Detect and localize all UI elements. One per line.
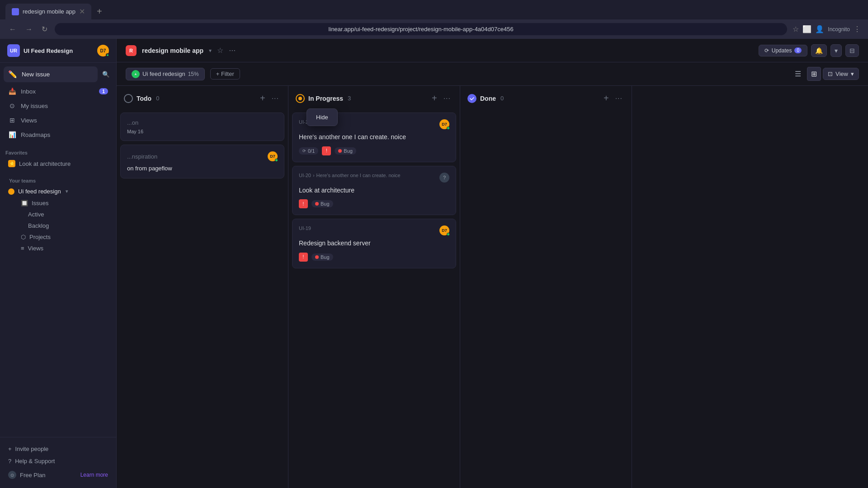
updates-button[interactable]: ⟳ Updates 0 bbox=[759, 45, 807, 56]
account-icon[interactable]: 👤 bbox=[815, 25, 824, 33]
in-progress-more-button[interactable]: ··· bbox=[442, 92, 453, 104]
sidebar-item-projects[interactable]: ⬡ Projects bbox=[11, 231, 113, 243]
url-input[interactable] bbox=[55, 23, 787, 35]
card-ui-21-label: Bug bbox=[335, 147, 356, 155]
project-icon: R bbox=[126, 45, 137, 56]
sidebar-bottom: + Invite people ? Help & Support ⊙ Free … bbox=[0, 437, 116, 488]
view-dropdown-button[interactable]: ⊡ View ▾ bbox=[823, 68, 859, 80]
partial-card-avatar: D7 bbox=[268, 151, 278, 161]
user-avatar[interactable]: D7 bbox=[97, 45, 109, 56]
todo-cards: ...on May 16 ...nspiration D7 on from pa… bbox=[117, 109, 288, 488]
sidebar-item-views[interactable]: ⊞ Views bbox=[4, 113, 113, 127]
sidebar-item-backlog[interactable]: Backlog bbox=[11, 220, 113, 231]
tab-favicon bbox=[12, 8, 19, 15]
in-progress-column-title: In Progress bbox=[308, 95, 343, 102]
incognito-label: Incognito bbox=[828, 26, 850, 33]
done-more-button[interactable]: ··· bbox=[613, 92, 624, 104]
in-progress-add-button[interactable]: + bbox=[429, 92, 440, 104]
list-view-button[interactable]: ☰ bbox=[791, 67, 805, 81]
notification-button[interactable]: 🔔 bbox=[811, 44, 827, 57]
bookmark-icon[interactable]: ☆ bbox=[793, 25, 799, 33]
in-progress-column-header: In Progress 3 + ··· bbox=[288, 86, 460, 109]
app: UR UI Feed Redesign D7 ✏️ New issue 🔍 📥 … bbox=[0, 39, 868, 488]
workspace-avatar: UR bbox=[7, 44, 20, 57]
sidebar-item-issues[interactable]: 🔲 Issues bbox=[11, 197, 113, 209]
browser-chrome: redesign mobile app ✕ + ← → ↻ ☆ ⬜ 👤 Inco… bbox=[0, 0, 868, 39]
sidebar-item-roadmaps[interactable]: 📊 Roadmaps bbox=[4, 127, 113, 142]
extension-icon[interactable]: ⬜ bbox=[802, 25, 811, 33]
in-progress-column-actions: + ··· bbox=[429, 92, 453, 104]
favorites-section: Favorites ⭐ Look at architecture bbox=[0, 145, 116, 170]
favorites-item-architecture[interactable]: ⭐ Look at architecture bbox=[4, 157, 113, 170]
tab-close-button[interactable]: ✕ bbox=[79, 7, 85, 16]
workspace-selector[interactable]: UR UI Feed Redesign bbox=[7, 44, 73, 57]
context-item-hide[interactable]: Hide bbox=[309, 111, 335, 124]
filter-bar: ▲ Ui feed redesign 15% + Filter ☰ ⊞ ⊡ Vi… bbox=[117, 62, 868, 86]
partial-card-1[interactable]: ...on May 16 bbox=[120, 113, 284, 141]
forward-button[interactable]: → bbox=[24, 23, 34, 35]
in-progress-column: In Progress 3 + ··· UI-21 D7 bbox=[288, 86, 460, 488]
favorites-title: Favorites bbox=[0, 145, 116, 157]
reload-button[interactable]: ↻ bbox=[40, 23, 49, 35]
new-issue-button[interactable]: ✏️ New issue bbox=[4, 66, 98, 82]
address-actions: ☆ ⬜ 👤 Incognito ⋮ bbox=[793, 25, 861, 33]
sidebar-item-my-issues[interactable]: ⊙ My issues bbox=[4, 99, 113, 113]
card-ui-19-title: Redesign backend server bbox=[299, 239, 449, 248]
card-ui-20-breadcrumb: UI-20 › Here's another one I can create.… bbox=[299, 173, 401, 178]
bug-label-dot-3 bbox=[315, 255, 319, 259]
learn-more-button[interactable]: Learn more bbox=[80, 472, 108, 478]
pencil-icon: ✏️ bbox=[8, 70, 17, 79]
back-button[interactable]: ← bbox=[7, 23, 18, 35]
card-ui-21-footer: ⟳ 0/1 ! Bug bbox=[299, 146, 449, 155]
new-tab-button[interactable]: + bbox=[93, 5, 106, 19]
card-ui-19-avatar: D7 bbox=[439, 225, 449, 235]
card-ui-20[interactable]: UI-20 › Here's another one I can create.… bbox=[292, 166, 456, 216]
card-ui-20-priority: ! bbox=[299, 199, 308, 208]
partial-card-2[interactable]: ...nspiration D7 on from pageflow bbox=[120, 145, 284, 178]
plan-section: ⊙ Free Plan Learn more bbox=[4, 467, 113, 483]
team-sub-items: 🔲 Issues Active Backlog ⬡ Projects ≡ Vie… bbox=[4, 197, 113, 254]
help-support-button[interactable]: ? Help & Support bbox=[4, 455, 113, 467]
view-icon: ⊡ bbox=[828, 70, 833, 77]
team-expand-icon: ▼ bbox=[65, 189, 69, 194]
project-name: redesign mobile app bbox=[142, 47, 203, 54]
layout-button[interactable]: ⊟ bbox=[845, 44, 859, 57]
filter-button[interactable]: + Filter bbox=[210, 68, 240, 80]
in-progress-status-icon bbox=[296, 94, 305, 103]
favorite-button[interactable]: ☆ bbox=[217, 46, 223, 55]
help-icon: ? bbox=[8, 458, 11, 465]
bug-label-dot bbox=[338, 149, 342, 153]
card-ui-19-footer: ! Bug bbox=[299, 253, 449, 262]
sidebar-item-active[interactable]: Active bbox=[11, 209, 113, 220]
view-chevron-icon: ▾ bbox=[851, 70, 854, 77]
team-header[interactable]: Ui feed redesign ▼ bbox=[4, 185, 113, 197]
todo-column-actions: + ··· bbox=[257, 92, 281, 104]
search-button[interactable]: 🔍 bbox=[99, 68, 113, 80]
milestone-percentage: 15% bbox=[188, 71, 199, 77]
notification-dropdown-button[interactable]: ▾ bbox=[830, 44, 842, 57]
updates-icon: ⟳ bbox=[764, 47, 769, 54]
more-options-button[interactable]: ··· bbox=[229, 46, 236, 55]
updates-badge: 0 bbox=[794, 47, 802, 53]
todo-add-button[interactable]: + bbox=[257, 92, 268, 104]
sidebar-item-views-team[interactable]: ≡ Views bbox=[11, 243, 113, 254]
grid-view-button[interactable]: ⊞ bbox=[807, 67, 821, 81]
inbox-badge: 1 bbox=[99, 88, 108, 94]
menu-icon[interactable]: ⋮ bbox=[854, 25, 861, 33]
done-add-button[interactable]: + bbox=[601, 92, 612, 104]
plus-icon: + bbox=[8, 446, 12, 452]
card-ui-19[interactable]: UI-19 D7 Redesign backend server ! Bu bbox=[292, 219, 456, 268]
invite-people-button[interactable]: + Invite people bbox=[4, 443, 113, 455]
active-tab[interactable]: redesign mobile app ✕ bbox=[5, 4, 91, 19]
checkmark-icon bbox=[469, 96, 475, 101]
milestone-badge[interactable]: ▲ Ui feed redesign 15% bbox=[126, 68, 205, 80]
sidebar-item-inbox[interactable]: 📥 Inbox 1 bbox=[4, 84, 113, 99]
todo-column-count: 0 bbox=[156, 95, 159, 102]
views-icon: ⊞ bbox=[8, 116, 16, 124]
todo-more-button[interactable]: ··· bbox=[270, 92, 281, 104]
card-ui-21-title: Here's another one I can create. noice bbox=[299, 133, 449, 142]
card-ui-21-subtask: ⟳ 0/1 bbox=[299, 147, 318, 155]
done-column-title: Done bbox=[480, 95, 496, 102]
sidebar-nav: ✏️ New issue 🔍 📥 Inbox 1 ⊙ My issues ⊞ V… bbox=[0, 63, 116, 145]
project-dropdown-icon[interactable]: ▾ bbox=[209, 47, 212, 54]
